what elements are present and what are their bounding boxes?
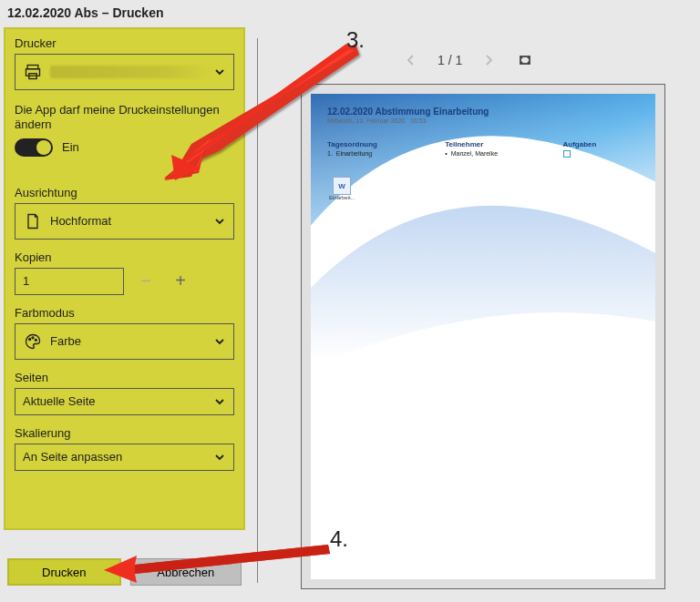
colormode-label: Farbmodus <box>15 306 234 320</box>
app-permission-toggle[interactable] <box>15 138 53 157</box>
copies-decrement[interactable]: − <box>133 269 159 294</box>
print-settings-panel: Drucker Die App darf meine Druckeinstell… <box>4 27 245 530</box>
printer-dropdown[interactable] <box>15 54 234 90</box>
doc-file-icon: W <box>333 177 351 195</box>
doc-title: 12.02.2020 Abstimmung Einarbeitung <box>327 107 639 117</box>
palette-icon <box>23 332 43 352</box>
page-indicator: 1 / 1 <box>438 53 462 67</box>
window-title: 12.02.2020 Abs – Drucken <box>7 5 163 20</box>
print-button[interactable]: Drucken <box>7 558 121 586</box>
preview-page: 12.02.2020 Abstimmung Einarbeitung Mittw… <box>311 94 655 579</box>
scaling-value: An Seite anpassen <box>23 450 213 464</box>
chevron-down-icon <box>213 395 226 408</box>
annotation-step-4: 4. <box>330 526 348 552</box>
pages-label: Seiten <box>15 371 234 384</box>
doc-col-participants-heading: Teilnehmer <box>445 140 553 148</box>
copies-label: Kopien <box>15 250 234 264</box>
fit-to-page-button[interactable] <box>515 50 535 70</box>
doc-file-label: Einarbeit... <box>329 195 436 200</box>
chevron-down-icon <box>213 451 226 464</box>
preview-page-nav: 1 / 1 <box>401 47 638 73</box>
panel-divider <box>257 38 258 583</box>
chevron-down-icon <box>213 335 226 348</box>
next-page-button[interactable] <box>479 50 499 70</box>
svg-point-3 <box>29 338 31 340</box>
print-button-label: Drucken <box>42 566 86 579</box>
colormode-value: Farbe <box>50 334 213 348</box>
printer-name-redacted <box>50 66 213 78</box>
doc-col-agenda-heading: Tagesordnung <box>327 140 436 148</box>
doc-participant-item: Manzel, Mareike <box>445 150 553 157</box>
copies-increment[interactable]: + <box>168 269 193 294</box>
doc-agenda-item: Einarbeitung <box>327 150 436 157</box>
app-permission-text: Die App darf meine Druckeinstellungen än… <box>15 103 234 133</box>
annotation-step-3: 3. <box>346 27 365 53</box>
pages-value: Aktuelle Seite <box>23 394 213 408</box>
orientation-dropdown[interactable]: Hochformat <box>15 203 234 240</box>
copies-input[interactable]: 1 <box>15 268 124 295</box>
cancel-button[interactable]: Abbrechen <box>130 558 242 586</box>
colormode-dropdown[interactable]: Farbe <box>15 323 234 360</box>
prev-page-button[interactable] <box>401 50 421 70</box>
chevron-down-icon <box>213 66 226 78</box>
cancel-button-label: Abbrechen <box>157 566 214 579</box>
toggle-state-label: Ein <box>62 140 79 154</box>
doc-task-checkbox <box>563 150 571 158</box>
chevron-down-icon <box>213 215 226 228</box>
svg-point-4 <box>32 336 34 338</box>
pages-dropdown[interactable]: Aktuelle Seite <box>15 388 234 415</box>
print-preview-area[interactable]: 12.02.2020 Abstimmung Einarbeitung Mittw… <box>301 84 665 589</box>
svg-point-5 <box>35 339 36 341</box>
dialog-button-bar: Drucken Abbrechen <box>4 552 245 592</box>
doc-subtitle: Mittwoch, 12. Februar 2020 16:53 <box>327 117 639 124</box>
portrait-icon <box>23 211 43 231</box>
doc-col-tasks-heading: Aufgaben <box>563 140 639 148</box>
toggle-knob <box>36 140 51 155</box>
scaling-label: Skalierung <box>15 426 234 440</box>
printer-label: Drucker <box>15 36 234 50</box>
scaling-dropdown[interactable]: An Seite anpassen <box>15 444 234 471</box>
orientation-value: Hochformat <box>50 214 213 228</box>
copies-value: 1 <box>23 274 29 288</box>
svg-rect-1 <box>26 69 40 77</box>
printer-icon <box>23 62 43 82</box>
orientation-label: Ausrichtung <box>15 186 234 199</box>
